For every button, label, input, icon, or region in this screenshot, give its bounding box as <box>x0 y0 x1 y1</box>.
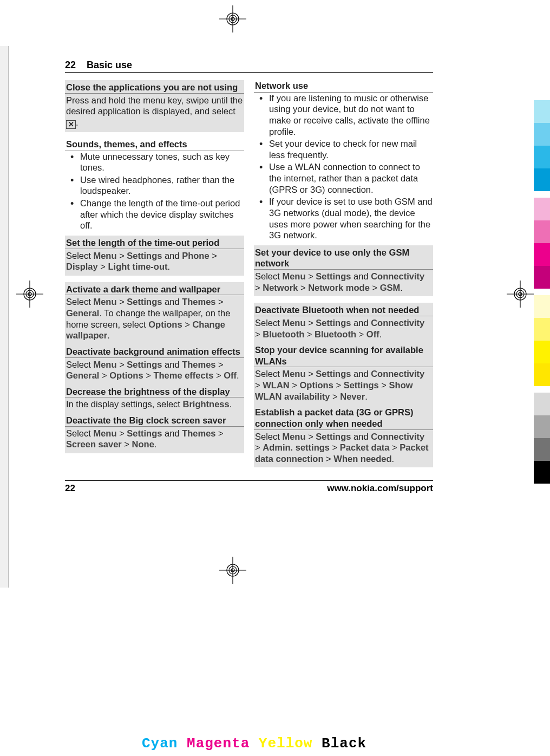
list-item: Change the length of the time-out period… <box>80 198 244 231</box>
registration-mark-icon <box>219 557 246 584</box>
body-dark-theme: Select Menu > Settings and Themes > Gene… <box>65 295 244 344</box>
print-color-bars <box>534 100 550 484</box>
section-title: Basic use <box>87 60 132 71</box>
page-number-top: 22 <box>65 60 76 71</box>
heading-packet-data: Establish a packet data (3G or GPRS) con… <box>254 405 433 429</box>
heading-timeout: Set the length of the time-out period <box>65 236 244 249</box>
left-column: Close the applications you are not using… <box>65 80 244 467</box>
right-column: Network use If you are listening to musi… <box>254 80 433 467</box>
body-timeout: Select Menu > Settings and Phone > Displ… <box>65 249 244 276</box>
list-item: Mute unnecessary tones, such as key tone… <box>80 151 244 173</box>
list-item: Set your device to check for new mail le… <box>269 138 433 160</box>
heading-wlan: Stop your device scanning for available … <box>254 343 433 367</box>
body-anim: Select Menu > Settings and Themes > Gene… <box>65 358 244 384</box>
heading-anim: Deactivate background animation effects <box>65 344 244 358</box>
list-item: If your device is set to use both GSM an… <box>269 196 433 241</box>
heading-bluetooth: Deactivate Bluetooth when not needed <box>254 303 433 316</box>
registration-mark-icon <box>16 281 43 308</box>
heading-brightness: Decrease the brightness of the display <box>65 384 244 398</box>
body-gsm: Select Menu > Settings and Connectivity … <box>254 270 433 296</box>
heading-dark-theme: Activate a dark theme and wallpaper <box>65 282 244 296</box>
list-item: Use a WLAN connection to connect to the … <box>269 161 433 195</box>
page-number-bottom: 22 <box>65 483 75 494</box>
heading-gsm: Set your device to use only the GSM netw… <box>254 245 433 270</box>
heading-bigclock: Deactivate the Big clock screen saver <box>65 413 244 427</box>
heading-network: Network use <box>254 80 433 93</box>
running-footer: 22 www.nokia.com/support <box>65 480 433 494</box>
body-bluetooth: Select Menu > Settings and Connectivity … <box>254 316 433 343</box>
list-item: Use wired headphones, rather than the lo… <box>80 174 244 197</box>
registration-mark-icon <box>507 281 534 308</box>
page-content: 22 Basic use Close the applications you … <box>65 60 433 494</box>
page-gutter <box>0 46 9 588</box>
body-wlan: Select Menu > Settings and Connectivity … <box>254 367 433 405</box>
body-brightness: In the display settings, select Brightne… <box>65 397 244 413</box>
body-bigclock: Select Menu > Settings and Themes > Scre… <box>65 427 244 453</box>
close-icon: ✕ <box>66 120 76 129</box>
registration-mark-icon <box>219 5 246 32</box>
list-network: If you are listening to music or otherwi… <box>254 93 433 241</box>
list-sounds: Mute unnecessary tones, such as key tone… <box>65 151 244 231</box>
list-item: If you are listening to music or otherwi… <box>269 93 433 138</box>
running-header: 22 Basic use <box>65 60 433 73</box>
heading-close-apps: Close the applications you are not using <box>65 80 244 94</box>
cmyk-label: Cyan Magenta Yellow Black <box>142 735 366 752</box>
body-close-apps: Press and hold the menu key, swipe until… <box>65 94 244 132</box>
heading-sounds: Sounds, themes, and effects <box>65 139 244 151</box>
body-packet-data: Select Menu > Settings and Connectivity … <box>254 430 433 468</box>
footer-url: www.nokia.com/support <box>327 483 433 494</box>
